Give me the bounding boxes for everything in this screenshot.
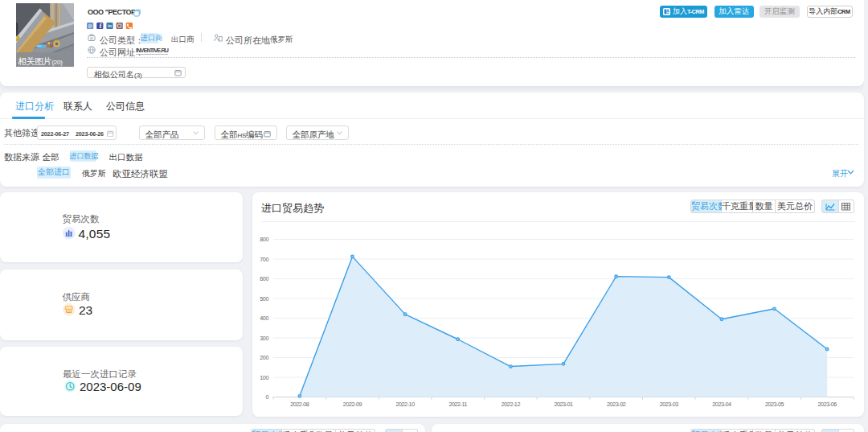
svg-text:@: @ (88, 23, 92, 28)
svg-text:f: f (100, 23, 102, 29)
svg-text:2023-03: 2023-03 (660, 401, 679, 408)
svg-text:2022-12: 2022-12 (502, 401, 521, 408)
svg-text:in: in (108, 23, 111, 28)
svg-text:700: 700 (260, 256, 268, 263)
svg-text:2022-11: 2022-11 (448, 401, 467, 408)
svg-text:2022-10: 2022-10 (395, 401, 415, 408)
svg-text:300: 300 (260, 335, 268, 342)
svg-text:2023-02: 2023-02 (607, 401, 626, 408)
svg-text:600: 600 (260, 275, 268, 282)
svg-text:2022-08: 2022-08 (290, 401, 309, 408)
svg-text:2023-01: 2023-01 (554, 401, 573, 408)
svg-text:500: 500 (260, 295, 268, 302)
svg-text:800: 800 (260, 236, 268, 243)
svg-text:400: 400 (260, 315, 268, 322)
svg-text:2023-04: 2023-04 (712, 401, 731, 408)
svg-text:100: 100 (260, 374, 268, 381)
svg-text:2022-09: 2022-09 (343, 401, 362, 408)
svg-text:2023-05: 2023-05 (765, 401, 784, 408)
svg-text:200: 200 (260, 354, 268, 361)
svg-text:0: 0 (265, 393, 268, 401)
svg-text:2023-06: 2023-06 (818, 401, 837, 408)
